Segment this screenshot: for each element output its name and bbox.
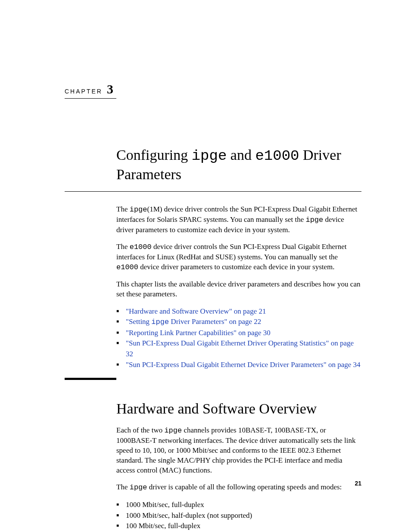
section-heading: Hardware and Software Overview xyxy=(116,401,361,417)
list-item: "Sun PCI-Express Dual Gigabit Ethernet D… xyxy=(116,360,361,370)
intro-paragraph-2: The e1000 device driver controls the Sun… xyxy=(116,242,361,273)
list-item: 100 Mbit/sec, full-duplex xyxy=(116,521,361,532)
code-ipge: ipge xyxy=(151,318,169,326)
intro-paragraph-3: This chapter lists the available device … xyxy=(116,280,361,299)
content-column: Configuring ipge and e1000 Driver Parame… xyxy=(116,146,361,184)
section-paragraph-2: The ipge driver is capable of all the fo… xyxy=(116,482,361,493)
list-item: "Hardware and Software Overview" on page… xyxy=(116,306,361,317)
title-code-ipge: ipge xyxy=(192,148,227,164)
chapter-rule xyxy=(65,98,116,99)
chapter-label: CHAPTER 3 xyxy=(65,82,361,96)
title-text: Configuring xyxy=(116,147,192,163)
section-marker-bar xyxy=(65,378,116,380)
page-number: 21 xyxy=(355,480,361,487)
code-e1000: e1000 xyxy=(130,243,152,251)
page-title: Configuring ipge and e1000 Driver Parame… xyxy=(116,146,361,184)
xref-link[interactable]: "Sun PCI-Express Dual Gigabit Ethernet D… xyxy=(126,361,361,369)
list-item: 1000 Mbit/sec, half-duplex (not supporte… xyxy=(116,510,361,521)
modes-list: 1000 Mbit/sec, full-duplex 1000 Mbit/sec… xyxy=(116,500,361,532)
title-code-e1000: e1000 xyxy=(255,148,299,164)
list-item: "Setting ipge Driver Parameters" on page… xyxy=(116,317,361,328)
code-ipge: ipge xyxy=(164,426,182,435)
xref-link[interactable]: "Hardware and Software Overview" on page… xyxy=(126,307,266,315)
title-text: and xyxy=(227,147,255,163)
section-paragraph-1: Each of the two ipge channels provides 1… xyxy=(116,426,361,476)
title-rule xyxy=(65,191,361,192)
code-ipge: ipge xyxy=(305,216,323,224)
code-e1000: e1000 xyxy=(116,263,138,271)
list-item: 1000 Mbit/sec, full-duplex xyxy=(116,500,361,510)
xref-link[interactable]: "Setting ipge Driver Parameters" on page… xyxy=(126,317,261,326)
xref-link[interactable]: "Sun PCI-Express Dual Gigabit Ethernet D… xyxy=(126,339,354,358)
chapter-word: CHAPTER xyxy=(65,88,103,95)
list-item: "Reporting Link Partner Capabilities" on… xyxy=(116,328,361,339)
code-ipge: ipge xyxy=(130,483,147,492)
xref-link[interactable]: "Reporting Link Partner Capabilities" on… xyxy=(126,329,271,337)
intro-paragraph-1: The ipge(1M) device driver controls the … xyxy=(116,205,361,235)
toc-link-list: "Hardware and Software Overview" on page… xyxy=(116,306,361,370)
code-ipge: ipge xyxy=(130,205,147,214)
list-item: "Sun PCI-Express Dual Gigabit Ethernet D… xyxy=(116,338,361,359)
chapter-number: 3 xyxy=(107,82,113,96)
